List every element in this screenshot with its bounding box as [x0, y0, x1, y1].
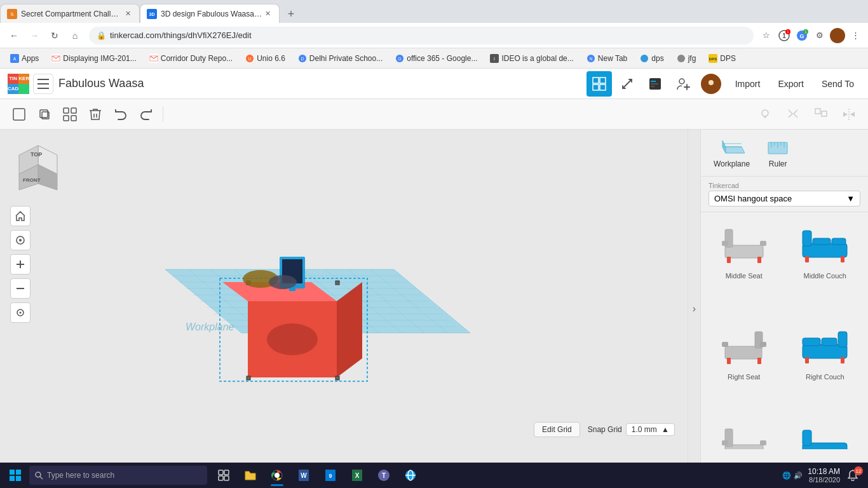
fit-view-button[interactable] — [10, 230, 31, 250]
bookmark-unio[interactable]: U Unio 6.6 — [240, 53, 290, 64]
canvas-area[interactable]: TOP FRONT — [0, 130, 688, 488]
flip-button[interactable] — [837, 103, 860, 126]
align-button[interactable] — [810, 103, 832, 126]
bookmark-gmail-2[interactable]: Corridor Duty Repo... — [144, 53, 238, 64]
bookmark-delhi[interactable]: D Delhi Private Schoo... — [293, 53, 388, 64]
tab-1[interactable]: S Secret Compartment Challenge ... ✕ — [0, 4, 140, 23]
svg-rect-49 — [815, 109, 820, 114]
import-button[interactable]: Import — [729, 75, 767, 93]
svg-rect-26 — [37, 79, 49, 80]
volume-icon: 🔊 — [794, 471, 803, 480]
panel-item-gray-seat-2[interactable] — [706, 420, 782, 452]
header-menu-button[interactable] — [33, 74, 53, 94]
panel-item-right-couch[interactable]: Right Couch — [787, 318, 864, 414]
bookmark-apps[interactable]: A Apps — [5, 53, 44, 64]
rotate-view-button[interactable] — [10, 302, 31, 323]
build-mode-button[interactable] — [614, 71, 640, 97]
svg-point-96 — [267, 323, 318, 355]
file-explorer-app[interactable] — [238, 463, 263, 488]
home-button[interactable]: ⌂ — [66, 27, 84, 44]
settings-icon[interactable]: ⚙ — [812, 28, 827, 43]
logo-empty — [18, 84, 29, 94]
taskbar-apps: W 9 X T — [211, 463, 423, 488]
dropdown-select[interactable]: OMSI hangout space ▼ — [709, 191, 860, 207]
forward-button[interactable]: → — [25, 27, 43, 44]
panel-item-middle-couch[interactable]: Middle Couch — [787, 217, 864, 313]
svg-rect-131 — [722, 342, 728, 347]
back-button[interactable]: ← — [5, 27, 23, 44]
dropdown-chevron-icon: ▼ — [846, 194, 855, 203]
notification-button[interactable]: 12 — [845, 468, 860, 483]
teams-app[interactable]: T — [371, 463, 397, 488]
header-right-actions — [587, 71, 724, 97]
outlook-app[interactable]: 9 — [318, 463, 343, 488]
task-view-button[interactable] — [211, 463, 236, 488]
svg-rect-27 — [37, 83, 49, 85]
snap-grid-value[interactable]: 1.0 mm ▲ — [626, 423, 675, 436]
taskbar-search[interactable]: Type here to search — [29, 466, 207, 485]
mirror-button[interactable] — [782, 103, 804, 126]
menu-icon[interactable]: ⋮ — [848, 28, 863, 43]
zoom-out-button[interactable] — [10, 278, 31, 299]
chrome-app[interactable] — [264, 463, 290, 488]
ie-app[interactable] — [398, 463, 423, 488]
toolbar — [0, 99, 868, 130]
zoom-in-button[interactable] — [10, 254, 31, 274]
right-seat-label: Right Seat — [728, 373, 760, 381]
svg-point-40 — [709, 80, 714, 85]
reload-button[interactable]: ↻ — [46, 27, 64, 44]
taskbar-clock[interactable]: 10:18 AM 8/18/2020 — [808, 467, 840, 484]
bookmark-gmail-1[interactable]: Displaying IMG-201... — [46, 53, 141, 64]
svg-rect-120 — [760, 241, 766, 246]
svg-rect-28 — [37, 88, 49, 89]
grid-view-button[interactable] — [587, 71, 612, 97]
edit-grid-button[interactable]: Edit Grid — [534, 422, 580, 437]
user-profile-button[interactable] — [698, 71, 724, 97]
duplicate-button[interactable] — [33, 103, 56, 126]
delete-button[interactable] — [84, 103, 107, 126]
svg-rect-154 — [16, 476, 21, 481]
bookmark-jfg[interactable]: jfg — [672, 53, 702, 64]
group-button[interactable] — [58, 103, 81, 126]
new-shape-button[interactable] — [8, 103, 31, 126]
light-bulb-button[interactable] — [754, 103, 776, 126]
home-view-button[interactable] — [10, 206, 31, 226]
svg-rect-50 — [822, 111, 827, 116]
bookmark-newtab[interactable]: N New Tab — [581, 53, 632, 64]
bookmark-ideo[interactable]: I IDEO is a global de... — [485, 53, 578, 64]
undo-button[interactable] — [109, 103, 132, 126]
excel-app[interactable]: X — [344, 463, 370, 488]
workplane-tool[interactable]: Workplane — [709, 135, 755, 171]
panel-expand-arrow[interactable]: › — [688, 130, 700, 488]
svg-rect-137 — [803, 338, 820, 346]
word-app[interactable]: W — [291, 463, 316, 488]
search-placeholder: Type here to search — [47, 471, 114, 480]
ruler-tool[interactable]: Ruler — [760, 135, 796, 171]
tab-2[interactable]: 3D 3D design Fabulous Waasa | Tink... ✕ — [140, 4, 280, 23]
profile-icon[interactable]: G 1 — [794, 28, 810, 43]
add-user-button[interactable] — [670, 71, 696, 97]
address-bar[interactable]: 🔒 tinkercad.com/things/dhVfiX276EJ/edit — [89, 27, 754, 44]
new-tab-button[interactable]: + — [282, 5, 300, 23]
panel-item-right-seat[interactable]: Right Seat — [706, 318, 782, 414]
bookmark-dps1[interactable]: dps — [635, 53, 668, 64]
svg-text:FRONT: FRONT — [23, 177, 41, 183]
panel-item-middle-seat[interactable]: Middle Seat — [706, 217, 782, 313]
svg-rect-152 — [16, 470, 21, 475]
bookmark-dps2[interactable]: DPS DPS — [703, 53, 741, 64]
redo-button[interactable] — [135, 103, 158, 126]
extensions-icon[interactable]: 1 1 — [776, 28, 792, 43]
panel-item-blue-couch-2[interactable] — [787, 420, 864, 452]
codeblocks-button[interactable] — [642, 71, 668, 97]
tab-2-close[interactable]: ✕ — [262, 9, 273, 19]
browser-chrome: S Secret Compartment Challenge ... ✕ 3D … — [0, 0, 868, 69]
view-cube[interactable]: TOP FRONT — [13, 142, 64, 193]
start-button[interactable] — [3, 463, 28, 488]
export-button[interactable]: Export — [771, 75, 810, 93]
star-icon[interactable]: ☆ — [759, 28, 774, 43]
tab-1-close[interactable]: ✕ — [123, 9, 133, 19]
svg-text:S: S — [10, 11, 13, 17]
send-to-button[interactable]: Send To — [815, 75, 860, 93]
bookmark-office[interactable]: G office 365 - Google... — [390, 53, 482, 64]
user-avatar[interactable] — [830, 28, 845, 43]
